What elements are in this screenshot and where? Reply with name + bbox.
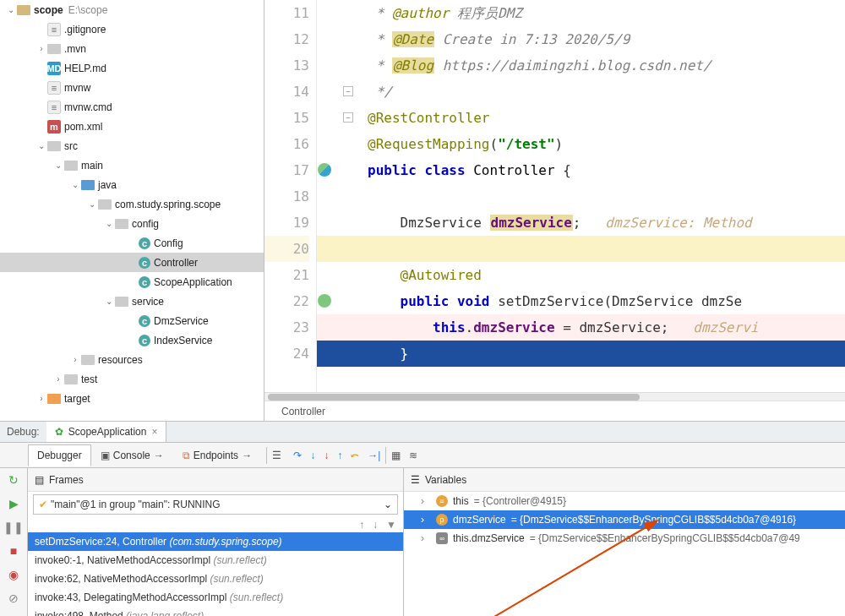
chevron-icon: ⌄ [52, 161, 64, 170]
tree-row[interactable]: cIndexService [0, 330, 264, 350]
tree-row[interactable]: cDmzService [0, 311, 264, 330]
step-into-icon[interactable]: ↓ [310, 450, 315, 461]
layout-icon[interactable]: ☰ [272, 450, 281, 461]
project-tree[interactable]: ⌄ scope E:\scope ≡.gitignore›.mvnMDHELP.… [0, 0, 264, 421]
file-icon: ≡ [47, 81, 61, 95]
var-kind-icon: ≡ [436, 495, 448, 507]
dropdown-icon: ⌄ [384, 499, 392, 510]
chevron-icon: ⌄ [69, 180, 81, 189]
debugger-tab[interactable]: Debugger [28, 444, 91, 466]
stop-icon[interactable]: ■ [0, 539, 27, 563]
var-row[interactable]: ›∞this.dmzService = {DmzService$$Enhance… [404, 529, 845, 548]
tree-row[interactable]: ›.mvn [0, 39, 264, 58]
frame-row[interactable]: invoke0:-1, NativeMethodAccessorImpl (su… [28, 551, 403, 570]
root-name: scope [34, 4, 63, 16]
tree-row[interactable]: ⌄service [0, 292, 264, 311]
frame-row[interactable]: invoke:62, NativeMethodAccessorImpl (sun… [28, 570, 403, 588]
tree-row[interactable]: cController [0, 253, 264, 272]
tree-row[interactable]: ⌄com.study.spring.scope [0, 194, 264, 214]
close-icon[interactable]: × [151, 426, 157, 438]
folder-icon [115, 219, 128, 229]
tree-row[interactable]: ›target [0, 389, 264, 408]
editor-pane: 11 12 13 14− 15− 16 17 18 19 20 21 22 23… [264, 0, 845, 421]
folder-icon [47, 44, 61, 54]
tree-row[interactable]: ›test [0, 369, 264, 389]
folder-icon [47, 394, 61, 404]
vars-list[interactable]: ›≡this = {Controller@4915}›pdmzService =… [404, 492, 845, 616]
force-step-icon[interactable]: ↓ [324, 450, 329, 461]
endpoints-icon: ⧉ [183, 450, 190, 461]
console-icon: ▣ [101, 450, 110, 461]
tree-row[interactable]: MDHELP.md [0, 58, 264, 78]
trace-icon[interactable]: ≋ [409, 450, 417, 461]
pause-icon[interactable]: ❚❚ [0, 515, 27, 539]
chevron-icon: › [52, 374, 64, 384]
run-to-cursor-icon[interactable]: →| [368, 450, 380, 461]
resume-icon[interactable]: ▶ [0, 492, 27, 515]
folder-icon [81, 355, 95, 365]
maven-icon: m [47, 120, 61, 134]
class-icon: c [139, 257, 150, 269]
tree-row[interactable]: ≡.gitignore [0, 19, 264, 39]
chevron-down-icon: ⌄ [5, 5, 17, 14]
scrollbar-h[interactable] [264, 392, 845, 401]
folder-icon [81, 180, 95, 190]
vars-icon: ☰ [411, 474, 420, 486]
step-over-icon[interactable]: ↷ [293, 450, 302, 461]
var-row[interactable]: ›≡this = {Controller@4915} [404, 492, 845, 510]
frames-icon: ▤ [35, 474, 44, 486]
tree-row[interactable]: mpom.xml [0, 117, 264, 136]
chevron-icon: ⌄ [35, 141, 47, 150]
folder-icon [64, 161, 78, 171]
chevron-right-icon: › [421, 532, 431, 544]
frame-row[interactable]: setDmzService:24, Controller (com.study.… [28, 532, 403, 551]
folder-icon [98, 199, 112, 210]
frames-list[interactable]: setDmzService:24, Controller (com.study.… [28, 532, 403, 616]
debug-run-tab[interactable]: ✿ ScopeApplication × [46, 422, 167, 442]
file-icon: ≡ [47, 23, 61, 36]
folder-icon [115, 297, 128, 307]
tree-row[interactable]: ⌄ scope E:\scope [0, 0, 264, 19]
tree-row[interactable]: cConfig [0, 233, 264, 253]
tree-row[interactable]: ⌄java [0, 175, 264, 194]
thread-selector[interactable]: ✔ "main"@1 in group "main": RUNNING ⌄ [33, 494, 398, 515]
rerun-icon[interactable]: ↻ [0, 468, 27, 492]
mute-icon[interactable]: ⊘ [0, 586, 27, 610]
filter-icon[interactable]: ▼ [386, 519, 396, 531]
frame-row[interactable]: invoke:498, Method (java.lang.reflect) [28, 607, 403, 616]
debug-label: Debug: [0, 426, 46, 438]
debug-toolbar: Debugger ▣Console→ ⧉Endpoints→ ☰ ↷ ↓ ↓ ↑… [0, 443, 845, 468]
app-icon: ✿ [55, 426, 63, 438]
folder-icon [47, 141, 61, 151]
tree-row[interactable]: ⌄main [0, 155, 264, 175]
breakpoints-icon[interactable]: ◉ [0, 563, 27, 586]
check-icon: ✔ [39, 499, 47, 510]
tree-row[interactable]: ≡mvnw [0, 78, 264, 97]
code-editor[interactable]: * @author * @author 程序员DMZ程序员DMZ * @Date… [317, 0, 845, 392]
class-icon: c [139, 315, 150, 327]
endpoints-tab[interactable]: ⧉Endpoints→ [173, 444, 261, 466]
prev-frame-icon[interactable]: ↑ [359, 519, 364, 531]
class-icon: c [139, 276, 150, 288]
vars-header: ☰ Variables [404, 468, 845, 492]
next-frame-icon[interactable]: ↓ [373, 519, 378, 531]
file-icon: ≡ [47, 101, 61, 114]
chevron-icon: › [69, 355, 81, 364]
drop-frame-icon[interactable]: ⤺ [351, 450, 359, 461]
var-row[interactable]: ›pdmzService = {DmzService$$EnhancerBySp… [404, 510, 845, 529]
tree-row[interactable]: ≡mvnw.cmd [0, 97, 264, 117]
chevron-icon: › [35, 394, 47, 403]
left-toolbar: ↻ ▶ ❚❚ ■ ◉ ⊘ [0, 468, 28, 616]
chevron-right-icon: › [421, 495, 431, 507]
console-tab[interactable]: ▣Console→ [91, 444, 173, 466]
tree-row[interactable]: ›resources [0, 350, 264, 369]
class-icon: c [139, 335, 150, 346]
frame-row[interactable]: invoke:43, DelegatingMethodAccessorImpl … [28, 588, 403, 607]
breadcrumb[interactable]: Controller [264, 401, 845, 421]
tree-row[interactable]: ⌄src [0, 136, 264, 155]
step-out-icon[interactable]: ↑ [337, 450, 342, 461]
tree-row[interactable]: ⌄config [0, 214, 264, 233]
evaluate-icon[interactable]: ▦ [391, 450, 401, 461]
tree-row[interactable]: cScopeApplication [0, 272, 264, 292]
root-path: E:\scope [68, 4, 108, 16]
